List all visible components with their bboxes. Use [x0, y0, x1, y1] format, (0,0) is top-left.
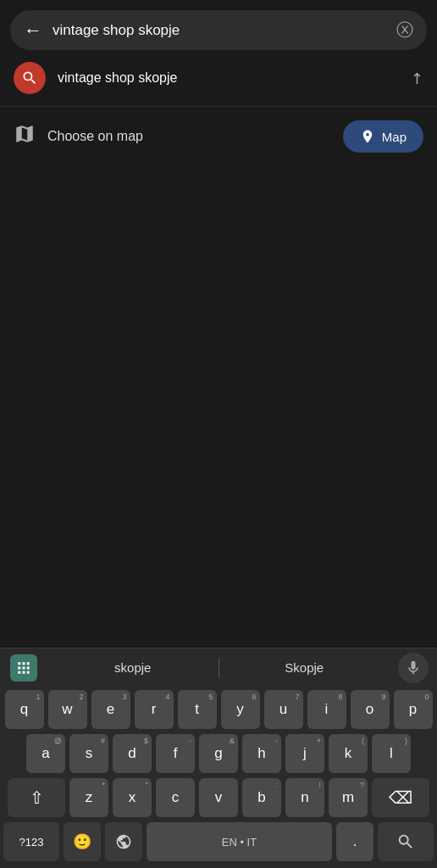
- numbers-label: ?123: [19, 836, 43, 849]
- search-bar: ← ⓧ: [10, 10, 427, 50]
- keyboard-settings-area: [0, 654, 47, 682]
- suggestion-search-icon: [14, 62, 46, 94]
- key-s[interactable]: #s: [69, 734, 108, 773]
- clear-button[interactable]: ⓧ: [396, 19, 413, 42]
- search-key[interactable]: [378, 822, 434, 861]
- key-q[interactable]: 1q: [5, 690, 44, 729]
- keyboard: skopje Skopje 1q 2w 3e 4r 5t 6: [0, 648, 437, 868]
- keyboard-rows: 1q 2w 3e 4r 5t 6y 7u 8i 9o 0p @a #s $d -…: [0, 687, 437, 868]
- search-icon: [21, 70, 38, 86]
- key-g[interactable]: &g: [199, 734, 238, 773]
- key-row-3: ⇧ *z "x c v :b !n ?m ⌫: [3, 778, 434, 817]
- key-d[interactable]: $d: [113, 734, 152, 773]
- mic-button[interactable]: [398, 653, 429, 683]
- key-j[interactable]: +j: [285, 734, 324, 773]
- key-r[interactable]: 4r: [135, 690, 174, 729]
- emoji-key[interactable]: 🙂: [64, 822, 101, 861]
- choose-map-row[interactable]: Choose on map Map: [0, 107, 437, 166]
- word-suggestions: skopje Skopje: [47, 654, 390, 682]
- key-p[interactable]: 0p: [394, 690, 433, 729]
- key-c[interactable]: c: [156, 778, 195, 817]
- map-button[interactable]: Map: [343, 120, 423, 153]
- period-label: .: [353, 833, 357, 850]
- period-key[interactable]: .: [336, 822, 373, 861]
- key-t[interactable]: 5t: [178, 690, 217, 729]
- suggestion-arrow-icon: ↗: [406, 67, 428, 89]
- shift-key[interactable]: ⇧: [8, 778, 65, 817]
- key-f[interactable]: -f: [156, 734, 195, 773]
- search-input[interactable]: [53, 22, 386, 39]
- key-y[interactable]: 6y: [221, 690, 260, 729]
- map-button-label: Map: [382, 130, 407, 144]
- key-m[interactable]: ?m: [329, 778, 368, 817]
- key-z[interactable]: *z: [69, 778, 108, 817]
- mic-icon: [405, 659, 422, 676]
- suggestion-text: vintage shop skopje: [58, 70, 399, 86]
- backspace-key[interactable]: ⌫: [372, 778, 429, 817]
- numbers-key[interactable]: ?123: [3, 822, 59, 861]
- grid-icon: [16, 660, 31, 676]
- key-row-2: @a #s $d -f &g -h +j (k )l: [3, 734, 434, 773]
- choose-map-text: Choose on map: [47, 129, 331, 144]
- globe-icon: [115, 833, 132, 850]
- key-b[interactable]: :b: [242, 778, 281, 817]
- map-pin-icon: [360, 129, 375, 144]
- key-l[interactable]: )l: [372, 734, 411, 773]
- suggestion-row[interactable]: vintage shop skopje ↗: [0, 50, 437, 107]
- shift-icon: ⇧: [30, 787, 44, 808]
- map-outline-icon: [14, 123, 36, 150]
- word-bar: skopje Skopje: [0, 648, 437, 687]
- search-action-icon: [396, 832, 415, 851]
- key-e[interactable]: 3e: [91, 690, 130, 729]
- app-container: ← ⓧ vintage shop skopje ↗ Choose on map …: [0, 0, 437, 868]
- map-icon: [14, 123, 36, 145]
- key-v[interactable]: v: [199, 778, 238, 817]
- key-row-4: ?123 🙂 EN • IT .: [3, 822, 434, 861]
- key-i[interactable]: 8i: [307, 690, 346, 729]
- key-o[interactable]: 9o: [351, 690, 390, 729]
- back-button[interactable]: ←: [24, 19, 42, 42]
- word-suggestion-1[interactable]: skopje: [47, 654, 218, 682]
- mic-area: [390, 653, 437, 683]
- keyboard-settings-icon[interactable]: [10, 654, 37, 682]
- key-n[interactable]: !n: [285, 778, 324, 817]
- globe-key[interactable]: [105, 822, 142, 861]
- word-suggestion-2[interactable]: Skopje: [219, 654, 390, 682]
- key-k[interactable]: (k: [329, 734, 368, 773]
- key-u[interactable]: 7u: [264, 690, 303, 729]
- key-h[interactable]: -h: [242, 734, 281, 773]
- key-x[interactable]: "x: [113, 778, 152, 817]
- space-label: EN • IT: [222, 836, 257, 849]
- backspace-icon: ⌫: [389, 787, 412, 808]
- key-a[interactable]: @a: [26, 734, 65, 773]
- key-row-1: 1q 2w 3e 4r 5t 6y 7u 8i 9o 0p: [3, 690, 434, 729]
- key-w[interactable]: 2w: [48, 690, 87, 729]
- space-key[interactable]: EN • IT: [147, 822, 333, 861]
